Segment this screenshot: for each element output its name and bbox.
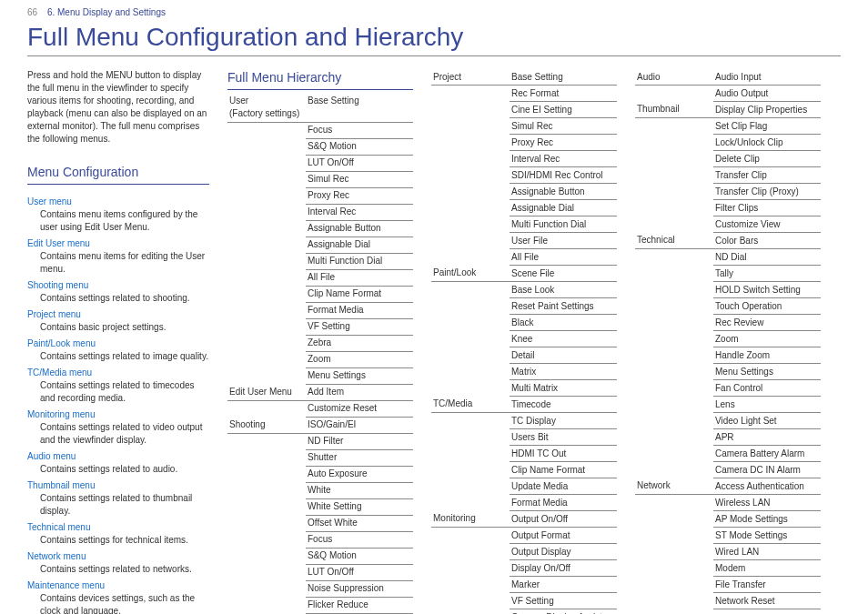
hierarchy-item: Customize Reset <box>306 400 413 417</box>
table-row: ProjectBase Setting <box>431 69 617 86</box>
hierarchy-category <box>635 266 713 282</box>
table-row: All File <box>431 249 617 266</box>
hierarchy-category-sub: (Factory settings) <box>229 108 299 118</box>
table-row: Video Light Set <box>635 413 821 429</box>
menu-item-name[interactable]: Shooting menu <box>27 280 88 290</box>
hierarchy-item: AP Mode Settings <box>713 511 821 528</box>
table-row: Cine EI Setting <box>431 102 617 118</box>
hierarchy-category <box>431 167 510 184</box>
hierarchy-item: Display On/Off <box>510 560 617 577</box>
table-row: ND Filter <box>227 433 413 449</box>
menu-item-desc: Contains settings related to image quali… <box>40 350 209 363</box>
menu-item-name[interactable]: Project menu <box>27 309 81 319</box>
hierarchy-category <box>227 253 306 269</box>
menu-item-name[interactable]: Monitoring menu <box>27 409 95 419</box>
hierarchy-item: HDMI TC Out <box>510 446 617 462</box>
table-row: Format Media <box>227 302 413 318</box>
menu-item-desc: Contains settings for technical items. <box>40 534 209 547</box>
hierarchy-category <box>635 151 713 167</box>
table-row: TC Display <box>431 413 617 429</box>
hierarchy-category <box>431 544 510 560</box>
intro-text: Press and hold the MENU button to displa… <box>27 69 209 146</box>
hierarchy-category <box>227 433 306 449</box>
table-row: HDMI TC Out <box>431 446 617 462</box>
menu-item-name[interactable]: Audio menu <box>27 451 76 461</box>
menu-item-name[interactable]: Thumbnail menu <box>27 480 95 490</box>
menu-item-name[interactable]: Paint/Look menu <box>27 338 96 348</box>
table-row: TC/MediaTimecode <box>431 397 617 413</box>
menu-item-name[interactable]: Maintenance menu <box>27 580 105 590</box>
menu-item: Project menuContains basic project setti… <box>27 308 209 334</box>
hierarchy-item: Format Media <box>510 495 617 511</box>
menu-item-name[interactable]: Technical menu <box>27 522 90 532</box>
table-row: Wired LAN <box>635 544 821 560</box>
hierarchy-item: Focus <box>306 531 413 548</box>
hierarchy-table-3: AudioAudio InputAudio OutputThumbnailDis… <box>635 69 821 609</box>
hierarchy-item: Simul Rec <box>510 118 617 135</box>
hierarchy-category <box>635 315 713 331</box>
hierarchy-item: Black <box>510 315 617 331</box>
hierarchy-category: Monitoring <box>431 511 510 528</box>
table-row: LUT On/Off <box>227 155 413 171</box>
hierarchy-category <box>635 135 713 151</box>
page-title: Full Menu Configuration and Hierarchy <box>27 23 841 56</box>
table-row: Customize Reset <box>227 400 413 417</box>
table-row: Detail <box>431 347 617 364</box>
hierarchy-item: VF Setting <box>510 593 617 609</box>
table-row: Assignable Button <box>431 184 617 200</box>
hierarchy-category <box>431 151 510 167</box>
hierarchy-item: Interval Rec <box>306 204 413 220</box>
hierarchy-item: ND Filter <box>306 433 413 449</box>
table-row: Touch Operation <box>635 298 821 315</box>
hierarchy-category: Thumbnail <box>635 102 713 118</box>
table-row: Black <box>431 315 617 331</box>
menu-item: User menuContains menu items configured … <box>27 196 209 234</box>
menu-item-name[interactable]: Edit User menu <box>27 238 90 248</box>
hierarchy-item: ST Mode Settings <box>713 528 821 544</box>
hierarchy-item: Handle Zoom <box>713 347 821 364</box>
hierarchy-item: TC Display <box>510 413 617 429</box>
hierarchy-category <box>635 511 713 528</box>
hierarchy-item: Transfer Clip (Proxy) <box>713 184 821 200</box>
hierarchy-item: VF Setting <box>306 318 413 335</box>
hierarchy-category <box>635 118 713 135</box>
table-row: Transfer Clip <box>635 167 821 184</box>
table-row: Multi Function Dial <box>227 253 413 269</box>
menu-item-name[interactable]: User menu <box>27 196 72 206</box>
hierarchy-category: Edit User Menu <box>227 384 306 400</box>
hierarchy-item: All File <box>510 249 617 266</box>
hierarchy-item: Noise Suppression <box>306 580 413 597</box>
menu-item: Network menuContains settings related to… <box>27 550 209 576</box>
table-row: Simul Rec <box>227 171 413 187</box>
menu-item-name[interactable]: Network menu <box>27 551 86 561</box>
hierarchy-item: Add Item <box>306 384 413 400</box>
hierarchy-item: Detail <box>510 347 617 364</box>
hierarchy-category <box>635 528 713 544</box>
hierarchy-category <box>431 478 510 495</box>
hierarchy-category: Audio <box>635 69 713 86</box>
hierarchy-item: Update Media <box>510 478 617 495</box>
table-row: Clip Name Format <box>431 462 617 478</box>
table-row: Delete Clip <box>635 151 821 167</box>
hierarchy-item: Color Bars <box>713 233 821 249</box>
hierarchy-item: Base Setting <box>306 94 413 123</box>
menu-item: Edit User menuContains menu items for ed… <box>27 237 209 276</box>
table-row: Zoom <box>227 351 413 367</box>
hierarchy-category <box>227 449 306 466</box>
hierarchy-item: Focus <box>306 122 413 138</box>
menu-item: Monitoring menuContains settings related… <box>27 408 209 447</box>
hierarchy-item: Multi Function Dial <box>510 216 617 233</box>
table-row: Zoom <box>635 331 821 347</box>
hierarchy-category <box>635 200 713 216</box>
table-row: Audio Output <box>635 86 821 102</box>
hierarchy-item: Rec Review <box>713 315 821 331</box>
menu-item-desc: Contains settings related to thumbnail d… <box>40 492 209 518</box>
hierarchy-item: User File <box>510 233 617 249</box>
menu-item: TC/Media menuContains settings related t… <box>27 367 209 405</box>
table-row: Users Bit <box>431 429 617 446</box>
hierarchy-item: Scene File <box>510 266 617 282</box>
menu-item-name[interactable]: TC/Media menu <box>27 367 92 377</box>
table-row: Gamma Display Assist <box>431 609 617 615</box>
menu-item: Paint/Look menuContains settings related… <box>27 337 209 363</box>
hierarchy-item: Zebra <box>306 335 413 351</box>
